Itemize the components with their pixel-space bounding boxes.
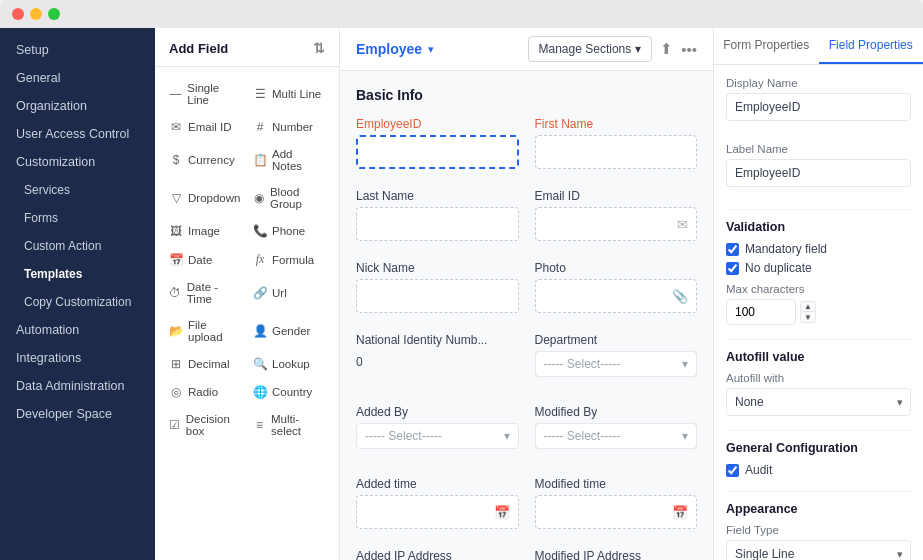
sidebar-item-organization[interactable]: Organization — [0, 92, 155, 120]
sidebar: Setup General Organization User Access C… — [0, 28, 155, 560]
sidebar-item-integrations[interactable]: Integrations — [0, 344, 155, 372]
max-characters-increment[interactable]: ▲ — [800, 301, 816, 312]
field-input-modified-time[interactable]: 📅 — [535, 495, 698, 529]
label-name-input[interactable] — [726, 159, 911, 187]
modified-by-select-value: ----- Select----- — [544, 429, 621, 443]
close-button[interactable] — [12, 8, 24, 20]
field-type-label: Phone — [272, 225, 305, 237]
field-type-lookup[interactable]: 🔍 Lookup — [247, 350, 331, 378]
field-type-radio[interactable]: ◎ Radio — [163, 378, 247, 406]
audit-checkbox[interactable] — [726, 464, 739, 477]
sidebar-item-services[interactable]: Services — [0, 176, 155, 204]
field-type-add-notes[interactable]: 📋 Add Notes — [247, 141, 331, 179]
max-characters-section: Max characters ▲ ▼ — [726, 283, 911, 325]
field-type-date-time[interactable]: ⏱ Date - Time — [163, 274, 247, 312]
sidebar-item-custom-action[interactable]: Custom Action — [0, 232, 155, 260]
mandatory-field-row: Mandatory field — [726, 242, 911, 256]
display-name-input[interactable] — [726, 93, 911, 121]
sort-icon[interactable]: ⇅ — [313, 40, 325, 56]
field-input-email-id[interactable]: ✉ — [535, 207, 698, 241]
field-type-phone[interactable]: 📞 Phone — [247, 217, 331, 245]
field-input-employee-id[interactable] — [356, 135, 519, 169]
field-type-gender[interactable]: 👤 Gender — [247, 312, 331, 350]
field-label-department: Department — [535, 333, 698, 347]
sidebar-item-customization[interactable]: Customization — [0, 148, 155, 176]
field-type-blood-group[interactable]: ◉ Blood Group — [247, 179, 331, 217]
field-type-label: Radio — [188, 386, 218, 398]
field-type-decision-box[interactable]: ☑ Decision box — [163, 406, 247, 444]
field-label-nick-name: Nick Name — [356, 261, 519, 275]
decimal-icon: ⊞ — [169, 357, 183, 371]
field-type-label: Formula — [272, 254, 314, 266]
sidebar-item-general[interactable]: General — [0, 64, 155, 92]
field-type-label: Dropdown — [188, 192, 240, 204]
field-type-multi-select[interactable]: ≡ Multi-select — [247, 406, 331, 444]
field-input-last-name[interactable] — [356, 207, 519, 241]
field-type-dropdown[interactable]: ▽ Dropdown — [163, 179, 247, 217]
field-label-added-by: Added By — [356, 405, 519, 419]
field-type-label: Lookup — [272, 358, 310, 370]
manage-sections-button[interactable]: Manage Sections ▾ — [528, 36, 653, 62]
field-type-currency[interactable]: $ Currency — [163, 141, 247, 179]
field-added-by: Added By ----- Select----- ▾ — [356, 405, 519, 461]
sidebar-item-automation[interactable]: Automation — [0, 316, 155, 344]
module-name[interactable]: Employee — [356, 41, 422, 57]
field-select-modified-by[interactable]: ----- Select----- ▾ — [535, 423, 698, 449]
validation-title: Validation — [726, 220, 911, 234]
field-select-department[interactable]: ----- Select----- ▾ — [535, 351, 698, 377]
sidebar-item-user-access-control[interactable]: User Access Control — [0, 120, 155, 148]
label-name-label: Label Name — [726, 143, 911, 155]
tab-form-properties[interactable]: Form Properties — [714, 28, 819, 64]
field-type-country[interactable]: 🌐 Country — [247, 378, 331, 406]
field-modified-by: Modified By ----- Select----- ▾ — [535, 405, 698, 461]
field-type-decimal[interactable]: ⊞ Decimal — [163, 350, 247, 378]
maximize-button[interactable] — [48, 8, 60, 20]
field-label-modified-ip: Modified IP Address — [535, 549, 698, 560]
sidebar-item-data-administration[interactable]: Data Administration — [0, 372, 155, 400]
minimize-button[interactable] — [30, 8, 42, 20]
field-type-label: Country — [272, 386, 312, 398]
autofill-with-label: Autofill with — [726, 372, 911, 384]
sidebar-item-templates[interactable]: Templates — [0, 260, 155, 288]
field-input-first-name[interactable] — [535, 135, 698, 169]
mandatory-field-checkbox[interactable] — [726, 243, 739, 256]
sidebar-item-setup[interactable]: Setup — [0, 36, 155, 64]
more-options-icon[interactable]: ••• — [681, 41, 697, 58]
field-input-added-time[interactable]: 📅 — [356, 495, 519, 529]
field-type-select[interactable]: Single Line Multi Line Email Number — [726, 540, 911, 560]
max-characters-input[interactable] — [726, 299, 796, 325]
field-type-number[interactable]: # Number — [247, 113, 331, 141]
field-type-date[interactable]: 📅 Date — [163, 245, 247, 274]
field-type-label: Decision box — [186, 413, 241, 437]
sidebar-item-developer-space[interactable]: Developer Space — [0, 400, 155, 428]
autofill-select[interactable]: None Current User Current Date Current D… — [726, 388, 911, 416]
field-label-first-name: First Name — [535, 117, 698, 131]
sidebar-item-copy-customization[interactable]: Copy Customization — [0, 288, 155, 316]
department-select-value: ----- Select----- — [544, 357, 621, 371]
no-duplicate-label: No duplicate — [745, 261, 812, 275]
field-input-nick-name[interactable] — [356, 279, 519, 313]
share-icon[interactable]: ⬆ — [660, 40, 673, 58]
autofill-select-wrapper: None Current User Current Date Current D… — [726, 388, 911, 416]
main-toolbar: Employee ▾ Manage Sections ▾ ⬆ ••• — [340, 28, 713, 71]
field-type-email-id[interactable]: ✉ Email ID — [163, 113, 247, 141]
blood-group-icon: ◉ — [253, 191, 265, 205]
field-type-url[interactable]: 🔗 Url — [247, 274, 331, 312]
field-type-single-line[interactable]: — Single Line — [163, 75, 247, 113]
max-characters-decrement[interactable]: ▼ — [800, 312, 816, 323]
max-characters-input-row: ▲ ▼ — [726, 299, 911, 325]
field-employee-id: EmployeeID — [356, 117, 519, 173]
field-type-image[interactable]: 🖼 Image — [163, 217, 247, 245]
field-input-photo[interactable]: 📎 — [535, 279, 698, 313]
field-type-formula[interactable]: fx Formula — [247, 245, 331, 274]
tab-field-properties[interactable]: Field Properties — [819, 28, 924, 64]
panel-display-name-section: Display Name — [726, 77, 911, 129]
sidebar-item-forms[interactable]: Forms — [0, 204, 155, 232]
field-select-added-by[interactable]: ----- Select----- ▾ — [356, 423, 519, 449]
field-photo: Photo 📎 — [535, 261, 698, 317]
manage-sections-chevron: ▾ — [635, 42, 641, 56]
field-type-multi-line[interactable]: ☰ Multi Line — [247, 75, 331, 113]
field-department: Department ----- Select----- ▾ — [535, 333, 698, 389]
field-type-file-upload[interactable]: 📂 File upload — [163, 312, 247, 350]
no-duplicate-checkbox[interactable] — [726, 262, 739, 275]
